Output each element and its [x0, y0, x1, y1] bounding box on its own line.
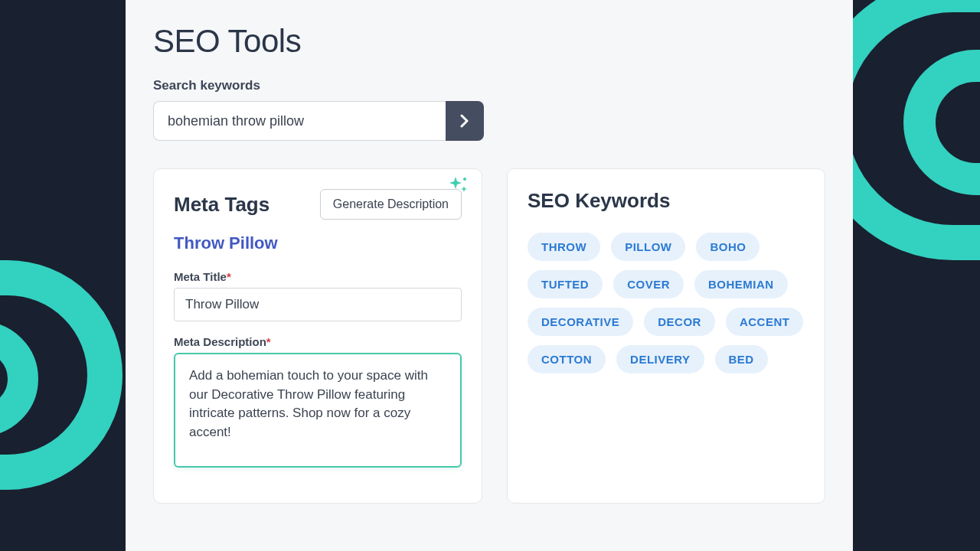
meta-title-label: Meta Title*	[174, 270, 462, 283]
search-submit-button[interactable]	[446, 101, 484, 141]
seo-tools-card: SEO Tools Search keywords Meta Tags	[126, 0, 853, 551]
keyword-chip[interactable]: ACCENT	[726, 308, 804, 336]
meta-description-textarea[interactable]	[174, 353, 462, 468]
keyword-chip[interactable]: BOHO	[696, 233, 760, 261]
keyword-chip[interactable]: DECOR	[644, 308, 715, 336]
keyword-chip[interactable]: PILLOW	[611, 233, 685, 261]
keyword-chip[interactable]: TUFTED	[528, 270, 603, 298]
product-name-link[interactable]: Throw Pillow	[174, 233, 462, 253]
keyword-chip-list: THROWPILLOWBOHOTUFTEDCOVERBOHEMIANDECORA…	[528, 233, 805, 373]
keyword-chip[interactable]: THROW	[528, 233, 600, 261]
generate-description-button[interactable]: Generate Description	[320, 189, 462, 220]
page-title: SEO Tools	[153, 23, 825, 60]
keyword-chip[interactable]: DELIVERY	[616, 345, 704, 373]
search-input[interactable]	[153, 101, 446, 141]
meta-title-input[interactable]	[174, 288, 462, 321]
seo-keywords-panel: SEO Keywords THROWPILLOWBOHOTUFTEDCOVERB…	[507, 168, 825, 504]
svg-point-0	[463, 178, 466, 181]
search-label: Search keywords	[153, 78, 825, 93]
keyword-chip[interactable]: COVER	[613, 270, 684, 298]
search-row	[153, 101, 484, 141]
keyword-chip[interactable]: DECORATIVE	[528, 308, 633, 336]
keyword-chip[interactable]: BOHEMIAN	[694, 270, 788, 298]
meta-description-label: Meta Description*	[174, 335, 462, 348]
chevron-right-icon	[460, 114, 469, 128]
meta-tags-heading: Meta Tags	[174, 193, 270, 217]
keyword-chip[interactable]: COTTON	[528, 345, 606, 373]
seo-keywords-heading: SEO Keywords	[528, 189, 805, 213]
keyword-chip[interactable]: BED	[715, 345, 768, 373]
meta-tags-panel: Meta Tags Generate Description Throw Pil…	[153, 168, 482, 504]
sparkle-icon	[448, 175, 469, 200]
